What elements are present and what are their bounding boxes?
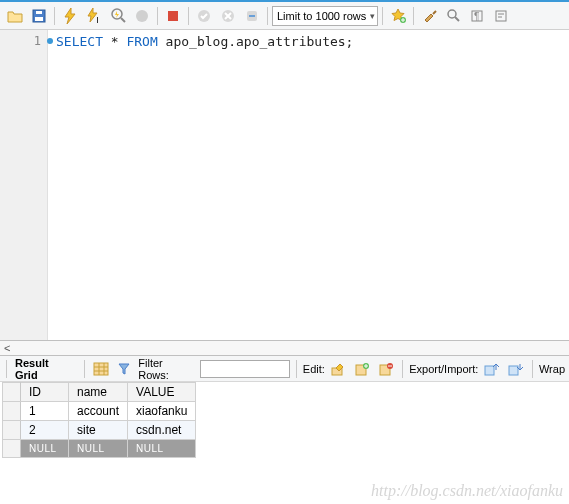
import-button[interactable] xyxy=(506,359,526,379)
table-row[interactable]: 1 account xiaofanku xyxy=(3,402,196,421)
main-toolbar: Limit to 1000 rows ▾ ¶ xyxy=(0,2,569,30)
cell-value[interactable]: xiaofanku xyxy=(128,402,196,421)
bolt-icon xyxy=(63,8,77,24)
limit-rows-label: Limit to 1000 rows xyxy=(277,10,366,22)
table-header-row: ID name VALUE xyxy=(3,383,196,402)
svg-rect-19 xyxy=(94,363,108,375)
toolbar-separator xyxy=(532,360,533,378)
sql-editor[interactable]: 1 SELECT * FROM apo_blog.apo_attributes; xyxy=(0,30,569,340)
toolbar-separator xyxy=(382,7,383,25)
svg-point-14 xyxy=(448,10,456,18)
toolbar-separator xyxy=(84,360,85,378)
explain-button[interactable] xyxy=(107,5,129,27)
table-row[interactable]: 2 site csdn.net xyxy=(3,421,196,440)
save-button[interactable] xyxy=(28,5,50,27)
favorite-button[interactable] xyxy=(387,5,409,27)
filter-rows-button[interactable] xyxy=(115,359,135,379)
folder-icon xyxy=(7,9,23,23)
column-header[interactable]: VALUE xyxy=(128,383,196,402)
svg-text:¶: ¶ xyxy=(474,11,479,22)
row-header-blank xyxy=(3,383,21,402)
code-text: apo_blog.apo_attributes; xyxy=(158,34,354,49)
star-plus-icon xyxy=(391,8,406,23)
row-header[interactable] xyxy=(3,402,21,421)
cell-value[interactable]: csdn.net xyxy=(128,421,196,440)
column-header[interactable]: ID xyxy=(21,383,69,402)
cell-id[interactable]: 2 xyxy=(21,421,69,440)
svg-rect-1 xyxy=(35,17,43,21)
cell-id[interactable]: 1 xyxy=(21,402,69,421)
svg-point-6 xyxy=(136,10,148,22)
filter-rows-input[interactable] xyxy=(200,360,290,378)
stop-button[interactable] xyxy=(131,5,153,27)
delete-row-button[interactable] xyxy=(376,359,396,379)
toolbar-separator xyxy=(267,7,268,25)
beautify-button[interactable] xyxy=(418,5,440,27)
commit-disabled-button xyxy=(193,5,215,27)
cell-null[interactable]: NULL xyxy=(69,440,128,458)
execute-current-button[interactable] xyxy=(83,5,105,27)
results-table[interactable]: ID name VALUE 1 account xiaofanku 2 site… xyxy=(2,382,196,458)
edit-row-button[interactable] xyxy=(329,359,349,379)
pane-splitter[interactable]: < xyxy=(0,340,569,356)
x-disabled-icon xyxy=(221,9,235,23)
toolbar-separator xyxy=(402,360,403,378)
grid-minus-icon xyxy=(379,362,394,376)
pilcrow-icon: ¶ xyxy=(470,9,484,23)
open-file-button[interactable] xyxy=(4,5,26,27)
wrap-toggle-button[interactable] xyxy=(490,5,512,27)
grid-icon xyxy=(93,362,109,376)
funnel-icon xyxy=(117,362,131,376)
svg-rect-29 xyxy=(485,366,494,375)
result-grid-view-button[interactable] xyxy=(91,359,111,379)
watermark-text: http://blog.csdn.net/xiaofanku xyxy=(371,482,563,500)
cell-name[interactable]: account xyxy=(69,402,128,421)
broom-icon xyxy=(422,8,437,23)
statement-marker-icon xyxy=(47,38,53,44)
stop-icon xyxy=(135,9,149,23)
stop-on-error-button[interactable] xyxy=(162,5,184,27)
filter-rows-label: Filter Rows: xyxy=(138,357,196,381)
svg-line-15 xyxy=(455,17,459,21)
result-grid-label: Result Grid xyxy=(15,357,74,381)
find-button[interactable] xyxy=(442,5,464,27)
keyword-from: FROM xyxy=(126,34,157,49)
chevron-down-icon: ▾ xyxy=(370,11,375,21)
rollback-disabled-button xyxy=(217,5,239,27)
toolbar-separator xyxy=(6,360,7,378)
magnify-icon xyxy=(446,8,461,23)
autocommit-icon xyxy=(245,9,259,23)
column-header[interactable]: name xyxy=(69,383,128,402)
cell-null[interactable]: NULL xyxy=(21,440,69,458)
grid-plus-icon xyxy=(355,362,370,376)
cell-null[interactable]: NULL xyxy=(128,440,196,458)
stop-red-icon xyxy=(166,9,180,23)
row-header[interactable] xyxy=(3,421,21,440)
toggle-invisible-button[interactable]: ¶ xyxy=(466,5,488,27)
editor-code[interactable]: SELECT * FROM apo_blog.apo_attributes; xyxy=(48,30,569,340)
row-header[interactable] xyxy=(3,440,21,458)
magnify-bolt-icon xyxy=(111,8,126,23)
toolbar-separator xyxy=(413,7,414,25)
code-text: * xyxy=(103,34,126,49)
results-toolbar: Result Grid Filter Rows: Edit: Export/Im… xyxy=(0,356,569,382)
svg-rect-11 xyxy=(249,15,255,17)
svg-line-5 xyxy=(121,18,125,22)
export-icon xyxy=(484,362,500,376)
editor-gutter: 1 xyxy=(0,30,48,340)
add-row-button[interactable] xyxy=(353,359,373,379)
check-disabled-icon xyxy=(197,9,211,23)
svg-rect-2 xyxy=(36,11,42,14)
table-row-null[interactable]: NULL NULL NULL xyxy=(3,440,196,458)
bolt-cursor-icon xyxy=(86,8,102,24)
autocommit-button[interactable] xyxy=(241,5,263,27)
export-import-label: Export/Import: xyxy=(409,363,478,375)
splitter-chevron-icon: < xyxy=(4,342,10,354)
export-button[interactable] xyxy=(482,359,502,379)
execute-button[interactable] xyxy=(59,5,81,27)
limit-rows-dropdown[interactable]: Limit to 1000 rows ▾ xyxy=(272,6,378,26)
wrap-icon xyxy=(494,9,508,23)
toolbar-separator xyxy=(54,7,55,25)
cell-name[interactable]: site xyxy=(69,421,128,440)
toolbar-separator xyxy=(188,7,189,25)
